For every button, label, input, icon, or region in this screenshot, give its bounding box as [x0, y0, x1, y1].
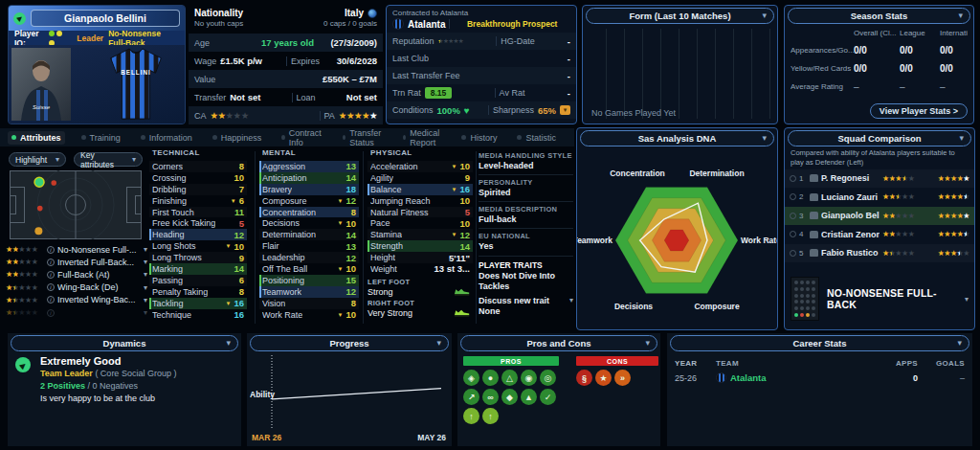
- squad-row[interactable]: 5Fabio Rustico★★★★★★★★★★★★★★★★★★★★: [785, 244, 974, 263]
- squad-row[interactable]: 4Cristian Zenoni★★★★★★★★★★★★★★★★★★★★: [785, 225, 974, 244]
- media-section-heading: EU NATIONAL: [479, 228, 573, 240]
- star-icon: ★★: [241, 111, 249, 121]
- formation-dot-icon: [794, 287, 798, 291]
- trn-rat-label: Trn Rat: [392, 88, 421, 98]
- formation-dot-icon: [800, 306, 804, 310]
- discuss-new-trait-dropdown[interactable]: Discuss new trait▾: [479, 296, 573, 305]
- progress-chart: AbilityMAR 26MAY 26: [250, 353, 449, 443]
- career-stats-dropdown[interactable]: Career Stats ▾: [670, 335, 969, 351]
- tab-contract-info[interactable]: Contract Info: [278, 126, 326, 149]
- tab-training[interactable]: Training: [78, 131, 124, 145]
- highlight-dropdown[interactable]: Highlight ▾: [9, 152, 66, 167]
- season-stat-value: 0/0: [854, 45, 900, 56]
- role-row[interactable]: ★★★★★★★★★★i▾: [4, 306, 149, 319]
- squad-row[interactable]: 2Luciano Zauri★★★★★★★★★★★★★★★★★★★★: [785, 188, 974, 207]
- target-icon: ◎: [540, 370, 556, 386]
- info-icon: i: [47, 259, 55, 266]
- role-row[interactable]: ★★★★★★★★★★iFull-Back (At)▾: [4, 268, 149, 281]
- team-leader-label: Team Leader: [40, 369, 93, 378]
- tab-bar: AttributesTrainingInformationHappinessCo…: [0, 128, 574, 146]
- progress-dropdown[interactable]: Progress ▾: [250, 335, 449, 351]
- kit-icon: [810, 174, 818, 182]
- tab-medical-report[interactable]: Medical Report: [399, 126, 445, 149]
- role-row[interactable]: ★★★★★★★★★★iInverted Wing-Bac...▾: [4, 294, 149, 306]
- rank-circle-icon: [790, 175, 796, 182]
- squad-row[interactable]: 1P. Regonesi★★★★★★★★★★★★★★★★★★★★: [785, 169, 974, 189]
- tab-transfer-status[interactable]: Transfer Status: [339, 126, 387, 149]
- pros-header: PROS: [463, 356, 559, 366]
- star-icon: ★★: [944, 213, 950, 220]
- formation-dot-icon: [794, 281, 798, 284]
- social-group-label: ( Core Social Group ): [95, 369, 176, 378]
- pros-cons-dropdown[interactable]: Pros and Cons ▾: [460, 335, 657, 351]
- dna-dropdown[interactable]: Sas Analysis DNA ▾: [580, 130, 774, 146]
- star-icon: ★★: [882, 175, 889, 183]
- chevron-down-icon: ▾: [56, 155, 59, 164]
- attribute-row: Off The Ball▼10: [259, 263, 359, 275]
- dynamics-dropdown[interactable]: Dynamics ▾: [11, 335, 238, 351]
- formation-dot-icon: [812, 294, 815, 298]
- squad-comparison-list: 1P. Regonesi★★★★★★★★★★★★★★★★★★★★2Luciano…: [785, 169, 974, 263]
- tab-dot-icon: [343, 135, 345, 140]
- shirt-name-text: BELLINI: [121, 69, 150, 76]
- view-player-stats-button[interactable]: View Player Stats >: [870, 103, 968, 119]
- role-selector[interactable]: NO-NONSENSE FULL-BACK ▾: [791, 276, 969, 322]
- decline-arrow-icon: ▼: [337, 198, 343, 204]
- role-row[interactable]: ★★★★★★★★★★iWing-Back (De)▾: [4, 281, 149, 294]
- formation-dot-icon: [812, 306, 815, 310]
- attribute-row: Free Kick Taking5: [149, 217, 247, 229]
- star-icon: ★★: [895, 193, 902, 201]
- nationality-label: Nationality: [194, 8, 243, 18]
- tab-statistic[interactable]: Statistic: [513, 131, 560, 145]
- star-icon: ★★: [889, 213, 896, 220]
- position-pitch: [10, 170, 142, 239]
- formation-dot-icon: [794, 313, 798, 317]
- player-name-box[interactable]: Gianpaolo Bellini: [31, 10, 180, 27]
- star-icon: ★★: [938, 193, 945, 201]
- tab-dot-icon: [281, 135, 284, 140]
- role-row[interactable]: ★★★★★★★★★★iInverted Full-Back...▾: [4, 256, 149, 268]
- pros-column: PROS ◈●△◉◎↗∞◆▲✓↑↑: [463, 356, 561, 442]
- position-marker-natural: [34, 177, 44, 187]
- divider: [363, 151, 364, 324]
- star-icon: ★★: [25, 309, 32, 317]
- age-label: Age: [194, 38, 210, 48]
- star-icon: ★★: [6, 297, 12, 304]
- conditions-value: 100%: [437, 105, 460, 116]
- star-icon: ★★: [938, 250, 945, 258]
- star-icon: ★★: [6, 246, 12, 254]
- tab-attributes[interactable]: Attributes: [8, 131, 65, 145]
- kit-icon: [810, 212, 818, 219]
- age-value: 17 years old: [261, 37, 314, 48]
- form-dropdown[interactable]: Form (Last 10 Matches) ▾: [586, 8, 774, 24]
- squad-row[interactable]: 3Gianpaolo Bellini★★★★★★★★★★★★★★★★★★★★: [785, 207, 974, 226]
- tab-information[interactable]: Information: [137, 131, 196, 145]
- decline-arrow-icon: ▼: [225, 301, 231, 306]
- career-stats-title: Career Stats: [793, 338, 847, 349]
- key-attributes-dropdown[interactable]: Key attributes ▾: [74, 152, 143, 167]
- star-icon: ★★: [963, 213, 969, 220]
- attribute-row: Heading12: [149, 229, 247, 240]
- star-icon: ★★: [889, 193, 896, 201]
- season-stats-dropdown[interactable]: Season Stats ▾: [788, 8, 970, 24]
- formation-dot-icon: [806, 313, 810, 317]
- dynamics-panel: Dynamics ▾ ▶ Extremely Good Team Leader …: [8, 333, 241, 446]
- decline-arrow-icon: ▼: [451, 187, 457, 192]
- tab-happiness[interactable]: Happiness: [209, 131, 266, 145]
- tab-history[interactable]: History: [457, 131, 501, 145]
- position-marker-accomplished: [34, 227, 42, 235]
- squad-comparison-dropdown[interactable]: Squad Comparison ▾: [788, 130, 971, 146]
- progress-ylabel: Ability: [250, 390, 275, 399]
- decline-arrow-icon: ▼: [337, 220, 343, 226]
- dna-title: Sas Analysis DNA: [638, 133, 717, 144]
- chevron-down-icon: ▾: [957, 338, 962, 348]
- attribute-row: Stamina▼12: [368, 229, 473, 240]
- progress-line: [272, 389, 441, 399]
- role-row[interactable]: ★★★★★★★★★★iNo-Nonsense Full-...▾: [4, 243, 149, 256]
- technical-attributes: TECHNICALCorners8Crossing10Dribbling7Fin…: [149, 148, 247, 320]
- star-icon: ★★: [882, 193, 889, 201]
- rank-circle-icon: [790, 193, 796, 200]
- sharpness-value: 65%: [538, 105, 556, 116]
- mentality-icon: ◉: [521, 370, 537, 386]
- career-row[interactable]: 25-26 Atalanta 0 –: [667, 371, 972, 385]
